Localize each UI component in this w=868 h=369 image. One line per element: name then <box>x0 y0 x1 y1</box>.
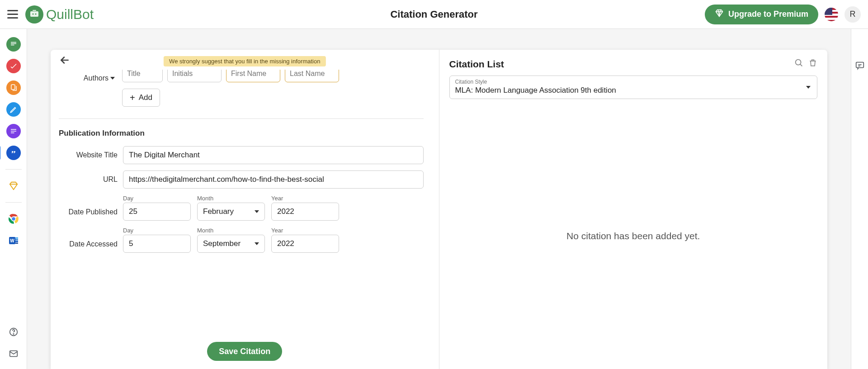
premium-icon[interactable] <box>6 179 21 193</box>
acc-month-select[interactable]: September <box>197 235 265 253</box>
date-published-label: Date Published <box>59 208 118 221</box>
workspace: We strongly suggest that you fill in the… <box>27 29 851 369</box>
feedback-rail <box>851 29 868 369</box>
website-title-label: Website Title <box>59 151 118 159</box>
page-title: Citation Generator <box>390 9 477 20</box>
brand-name: QuillBot <box>46 7 94 22</box>
author-title-input[interactable] <box>122 70 163 82</box>
add-author-button[interactable]: + Add <box>122 89 160 107</box>
feedback-icon[interactable] <box>855 61 865 369</box>
website-title-input[interactable] <box>123 146 424 164</box>
upgrade-button[interactable]: Upgrade to Premium <box>705 5 818 24</box>
author-initials-input[interactable] <box>167 70 222 82</box>
language-flag-icon[interactable] <box>825 8 838 21</box>
menu-button[interactable] <box>7 9 18 20</box>
user-avatar[interactable]: R <box>844 6 861 23</box>
url-input[interactable] <box>123 170 424 189</box>
tool-rail: W <box>0 29 27 369</box>
paraphraser-icon[interactable] <box>6 37 21 52</box>
chevron-down-icon <box>255 242 259 245</box>
citation-list-pane: Citation List Citation Style MLA: Modern… <box>439 50 828 369</box>
acc-day-label: Day <box>123 227 191 234</box>
svg-rect-4 <box>11 85 14 90</box>
brand-mark-icon <box>25 5 43 24</box>
publication-section-title: Publication Information <box>59 129 424 138</box>
svg-text:W: W <box>10 238 14 243</box>
svg-point-14 <box>13 334 14 334</box>
citation-form-pane: We strongly suggest that you fill in the… <box>51 50 439 369</box>
pub-day-input[interactable] <box>123 203 191 221</box>
citation-style-value: MLA: Modern Language Association 9th edi… <box>455 86 812 95</box>
svg-rect-12 <box>15 243 18 244</box>
acc-month-label: Month <box>197 227 265 234</box>
plus-icon: + <box>130 93 135 102</box>
svg-point-6 <box>11 217 15 221</box>
acc-year-label: Year <box>271 227 339 234</box>
upgrade-label: Upgrade to Premium <box>728 9 808 19</box>
author-first-name-input[interactable] <box>226 70 280 82</box>
citation-style-select[interactable]: Citation Style MLA: Modern Language Asso… <box>449 76 818 99</box>
svg-rect-10 <box>15 239 18 241</box>
acc-year-input[interactable] <box>271 235 339 253</box>
contact-icon[interactable] <box>6 346 21 361</box>
authors-label: Authors <box>59 74 118 82</box>
app-header: QuillBot Citation Generator Upgrade to P… <box>0 0 868 29</box>
svg-rect-0 <box>30 11 38 17</box>
author-last-name-input[interactable] <box>285 70 339 82</box>
summarizer-icon[interactable] <box>6 124 21 138</box>
svg-point-16 <box>796 60 801 65</box>
chevron-down-icon <box>110 77 115 80</box>
citation-list-title: Citation List <box>449 59 504 70</box>
diamond-icon <box>715 9 724 20</box>
missing-info-hint: We strongly suggest that you fill in the… <box>164 56 326 66</box>
chrome-extension-icon[interactable] <box>6 212 21 226</box>
date-accessed-label: Date Accessed <box>59 240 118 253</box>
svg-point-1 <box>33 13 34 14</box>
svg-rect-9 <box>15 237 18 239</box>
brand-logo[interactable]: QuillBot <box>25 5 94 24</box>
grammar-checker-icon[interactable] <box>6 59 21 73</box>
save-citation-button[interactable]: Save Citation <box>207 342 282 361</box>
svg-rect-11 <box>15 241 18 242</box>
pub-year-input[interactable] <box>271 203 339 221</box>
word-extension-icon[interactable]: W <box>6 233 21 248</box>
url-label: URL <box>59 175 118 184</box>
search-icon[interactable] <box>794 58 804 70</box>
pub-month-label: Month <box>197 195 265 202</box>
acc-day-input[interactable] <box>123 235 191 253</box>
svg-point-2 <box>35 13 37 14</box>
add-author-label: Add <box>139 93 152 102</box>
cowriter-icon[interactable] <box>6 102 21 117</box>
trash-icon[interactable] <box>808 58 817 70</box>
pub-month-select[interactable]: February <box>197 203 265 221</box>
citation-style-label: Citation Style <box>455 79 812 85</box>
pub-day-label: Day <box>123 195 191 202</box>
chevron-down-icon <box>255 210 259 213</box>
pub-year-label: Year <box>271 195 339 202</box>
citation-generator-icon[interactable] <box>6 146 21 160</box>
plagiarism-icon[interactable] <box>6 80 21 95</box>
citation-list-empty: No citation has been added yet. <box>439 103 828 369</box>
chevron-down-icon <box>806 86 811 89</box>
help-icon[interactable] <box>6 325 21 339</box>
svg-rect-3 <box>33 10 36 11</box>
